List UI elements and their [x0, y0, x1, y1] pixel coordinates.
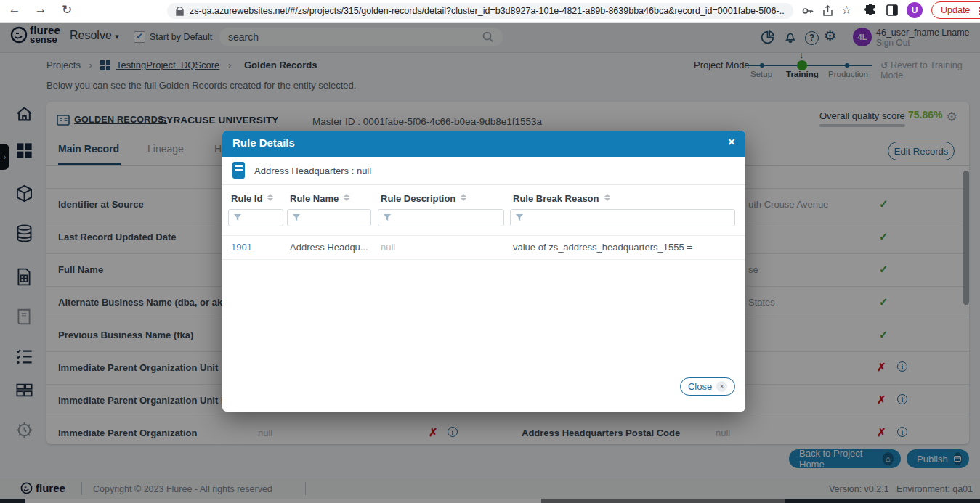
filter-input-rule-id[interactable] — [228, 209, 283, 226]
column-header-rule-name[interactable]: Rule Name — [290, 193, 349, 204]
rule-table-row: 1901 Address Headqu... null value of zs_… — [222, 235, 745, 260]
filter-funnel-icon — [234, 214, 241, 221]
extensions-puzzle-icon[interactable] — [864, 4, 876, 16]
browser-profile-avatar[interactable]: U — [907, 2, 923, 18]
modal-close-icon[interactable]: × — [728, 135, 735, 150]
filter-funnel-icon — [516, 214, 523, 221]
key-icon[interactable] — [802, 6, 814, 16]
back-icon[interactable]: ← — [6, 2, 23, 17]
side-panel-icon[interactable] — [886, 4, 898, 16]
column-label: Rule Break Reason — [513, 193, 599, 204]
forward-icon[interactable]: → — [32, 2, 49, 17]
browser-update-button[interactable]: Update ⋮ — [931, 1, 980, 19]
address-bar[interactable]: zs-qa.azurewebsites.net/#/zs/projects/31… — [167, 3, 793, 19]
rule-id-link[interactable]: 1901 — [231, 242, 252, 253]
filter-input-rule-description[interactable] — [378, 209, 504, 226]
rule-details-modal: Rule Details × Address Headquarters : nu… — [222, 131, 745, 412]
rule-book-icon — [232, 162, 245, 179]
modal-entity-text: Address Headquarters : null — [254, 165, 371, 176]
filter-input-rule-break-reason[interactable] — [510, 209, 735, 226]
rule-break-reason-cell: value of zs_address_headquarters_1555 = — [513, 242, 692, 253]
column-header-rule-description[interactable]: Rule Description — [381, 193, 466, 204]
lock-icon — [176, 7, 184, 16]
browser-menu-dots-icon[interactable]: ⋮ — [975, 5, 980, 16]
bookmark-star-icon[interactable]: ☆ — [841, 3, 851, 17]
modal-close-button[interactable]: Close × — [680, 377, 735, 396]
share-icon[interactable] — [822, 5, 833, 17]
update-label: Update — [941, 5, 970, 15]
filter-funnel-icon — [384, 214, 391, 221]
refresh-icon[interactable]: ↻ — [58, 2, 76, 17]
filter-input-rule-name[interactable] — [287, 209, 371, 226]
close-label: Close — [688, 381, 712, 392]
filter-funnel-icon — [293, 214, 300, 221]
column-header-rule-break-reason[interactable]: Rule Break Reason — [513, 193, 610, 204]
modal-entity-row: Address Headquarters : null — [222, 157, 745, 185]
rule-description-cell: null — [381, 242, 395, 253]
sort-icon[interactable] — [344, 194, 349, 201]
sort-icon[interactable] — [267, 194, 273, 201]
modal-header: Rule Details × — [222, 131, 745, 157]
app-page: flureesense Resolve ▾ ✓ Start by Default… — [0, 22, 980, 503]
rule-name-cell: Address Headqu... — [290, 242, 368, 253]
browser-toolbar: ← → ↻ zs-qa.azurewebsites.net/#/zs/proje… — [0, 0, 980, 23]
column-label: Rule Id — [231, 193, 262, 204]
url-text: zs-qa.azurewebsites.net/#/zs/projects/31… — [190, 6, 785, 16]
sort-icon[interactable] — [461, 194, 466, 201]
close-x-icon: × — [716, 381, 727, 392]
column-label: Rule Description — [381, 193, 455, 204]
modal-title: Rule Details — [232, 136, 295, 149]
column-label: Rule Name — [290, 193, 339, 204]
column-header-rule-id[interactable]: Rule Id — [231, 193, 273, 204]
sort-icon[interactable] — [604, 194, 610, 201]
